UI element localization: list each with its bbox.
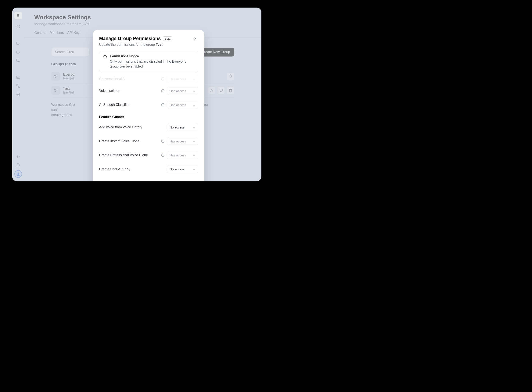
access-select[interactable]: Has access⌄ (167, 87, 198, 95)
beta-badge: Beta (163, 36, 172, 41)
perm-label: Conversational AI (99, 77, 126, 81)
info-icon[interactable] (161, 89, 165, 93)
perm-label: Create Instant Voice Clone (99, 139, 139, 143)
modal-title: Manage Group Permissions (99, 36, 161, 41)
perm-label: Create User API Key (99, 167, 131, 171)
perm-label: Add voice from Voice Library (99, 125, 142, 129)
notice-title: Permissions Notice (110, 54, 194, 58)
access-select[interactable]: Has access⌄ (167, 151, 198, 159)
info-icon[interactable] (161, 139, 165, 143)
access-select[interactable]: No access⌄ (167, 165, 198, 173)
perm-label: Voice Isolator (99, 89, 119, 93)
alert-icon (103, 55, 107, 69)
access-select[interactable]: Has access⌄ (167, 101, 198, 109)
access-select[interactable]: Has access⌄ (167, 75, 198, 83)
info-icon[interactable] (161, 153, 165, 157)
app-frame: II Workspace Settings Manage workspace m… (12, 8, 261, 181)
close-button[interactable] (192, 36, 198, 42)
info-icon[interactable] (161, 77, 165, 81)
perm-label: AI Speech Classifier (99, 103, 130, 107)
close-icon (193, 37, 197, 40)
modal-manage-permissions: Manage Group Permissions Beta Update the… (93, 30, 204, 181)
access-select[interactable]: Has access⌄ (167, 137, 198, 145)
modal-subtitle: Update the permissions for the group Tes… (99, 43, 198, 47)
info-icon[interactable] (161, 103, 165, 107)
perm-label: Create Professional Voice Clone (99, 153, 148, 157)
permissions-notice: Permissions Notice Only permissions that… (99, 51, 198, 72)
notice-body: Only permissions that are disabled in th… (110, 59, 194, 69)
section-feature-guards: Feature Guards (99, 112, 198, 120)
access-select[interactable]: No access⌄ (167, 123, 198, 131)
